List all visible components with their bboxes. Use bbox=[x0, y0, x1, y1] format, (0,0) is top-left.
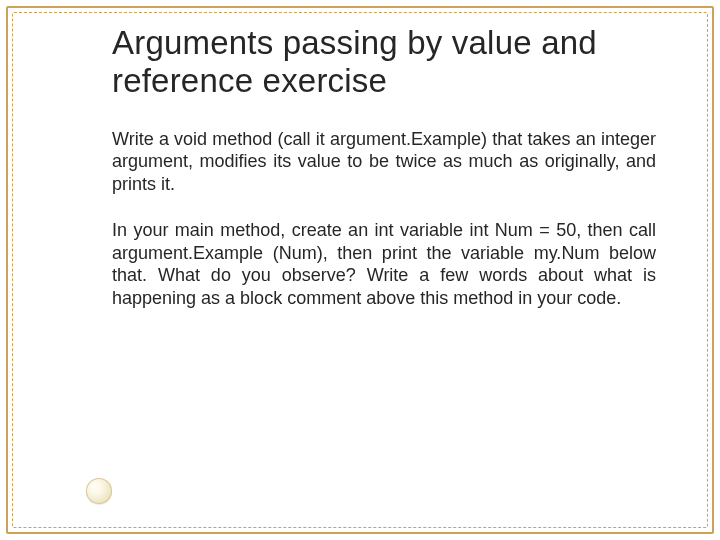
decorative-circle-icon bbox=[86, 478, 112, 504]
paragraph-1: Write a void method (call it argument.Ex… bbox=[112, 128, 660, 196]
paragraph-2: In your main method, create an int varia… bbox=[112, 219, 660, 309]
slide-content: Arguments passing by value and reference… bbox=[112, 24, 660, 309]
slide-title: Arguments passing by value and reference… bbox=[112, 24, 660, 100]
